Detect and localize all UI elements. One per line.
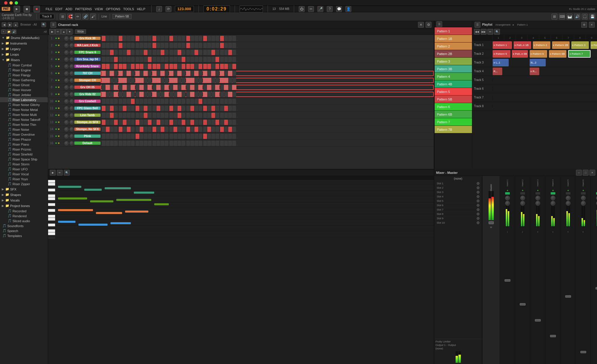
step-21[interactable] <box>190 92 194 97</box>
channel-rack-settings-icon[interactable]: ⚙ <box>426 22 431 28</box>
step-21[interactable] <box>190 85 194 90</box>
channel-pan-knob[interactable] <box>70 64 74 68</box>
step-12[interactable] <box>152 85 156 90</box>
step-31[interactable] <box>232 127 236 132</box>
step-8[interactable] <box>136 36 139 41</box>
sidebar-item-riser-hoover[interactable]: 🎵 Riser Hoover <box>0 87 48 92</box>
play-icon[interactable]: ▶ <box>49 29 55 35</box>
step-30[interactable] <box>228 134 232 139</box>
step-15[interactable] <box>165 64 168 69</box>
sidebar-item-riser-engine[interactable]: 🎵 Riser Engine <box>0 68 48 73</box>
step-19[interactable] <box>182 141 185 146</box>
add-item-icon[interactable]: + <box>1 29 6 34</box>
step-8[interactable] <box>136 64 139 69</box>
channel-name-btn[interactable]: Grv Cowbell <box>74 100 101 103</box>
step-9[interactable] <box>140 106 143 111</box>
up-channel-icon[interactable]: ▲ <box>61 29 67 35</box>
step-15[interactable] <box>165 92 168 97</box>
channel-name-btn[interactable]: FPC Snare 6 <box>74 51 101 54</box>
step-21[interactable] <box>190 50 194 55</box>
step-23[interactable] <box>199 64 202 69</box>
step-4[interactable] <box>119 71 122 76</box>
step-19[interactable] <box>182 36 185 41</box>
step-8[interactable] <box>136 57 139 62</box>
step-16[interactable] <box>169 106 173 111</box>
step-17[interactable] <box>173 78 177 83</box>
step-25[interactable] <box>207 43 211 48</box>
piano-note-10[interactable] <box>125 211 148 213</box>
step-18[interactable] <box>178 64 181 69</box>
step-6[interactable] <box>127 113 131 118</box>
step-31[interactable] <box>232 99 236 104</box>
step-9[interactable] <box>140 43 143 48</box>
step-30[interactable] <box>228 92 232 97</box>
step-29[interactable] <box>224 99 228 104</box>
step-6[interactable] <box>127 106 131 111</box>
step-29[interactable] <box>224 78 228 83</box>
piano-key-3[interactable] <box>48 189 55 192</box>
sidebar-item-riser-ufo[interactable]: 🎵 Riser UFO <box>0 167 48 172</box>
channel-vol-knob[interactable] <box>64 64 69 68</box>
pattern-expand-icon[interactable]: ☰ <box>436 21 442 27</box>
step-19[interactable] <box>182 127 185 132</box>
insert-pan-3[interactable] <box>551 201 555 206</box>
step-7[interactable] <box>131 134 135 139</box>
step-24[interactable] <box>203 113 207 118</box>
step-15[interactable] <box>165 78 168 83</box>
step-5[interactable] <box>123 43 127 48</box>
step-25[interactable] <box>207 57 211 62</box>
step-3[interactable] <box>114 36 118 41</box>
pattern-item-pattern-1[interactable]: Pattern 1 <box>435 27 472 35</box>
step-0[interactable] <box>102 64 106 69</box>
step-0[interactable] <box>102 36 106 41</box>
channel-led-yellow[interactable] <box>58 121 60 123</box>
piano-icon[interactable]: 🎹 <box>567 14 573 20</box>
step-10[interactable] <box>144 71 148 76</box>
step-16[interactable] <box>169 120 173 125</box>
menu-options[interactable]: OPTIONS <box>105 7 122 11</box>
step-16[interactable] <box>169 50 173 55</box>
sidebar-category-risers[interactable]: ▼ 📁 Risers <box>0 57 48 63</box>
channel-led-green[interactable] <box>55 65 57 67</box>
sidebar-search-icon[interactable]: 🔍 <box>41 22 46 27</box>
sidebar-item-rendered[interactable]: 🎵 Rendered <box>0 213 48 218</box>
step-6[interactable] <box>127 36 131 41</box>
step-28[interactable] <box>220 106 224 111</box>
sidebar-item-riser-gathering[interactable]: 🎵 Riser Gathering <box>0 77 48 82</box>
step-30[interactable] <box>228 57 232 62</box>
step-9[interactable] <box>140 57 143 62</box>
step-21[interactable] <box>190 106 194 111</box>
channel-name-btn[interactable]: Stompe..No SFX <box>74 128 101 131</box>
channel-pan-knob[interactable] <box>70 36 74 40</box>
step-15[interactable] <box>165 85 168 90</box>
step-1[interactable] <box>106 64 110 69</box>
step-1[interactable] <box>106 57 110 62</box>
step-13[interactable] <box>157 106 160 111</box>
sidebar-item-riser-vocal[interactable]: 🎵 Riser Vocal <box>0 172 48 176</box>
step-18[interactable] <box>178 92 181 97</box>
step-8[interactable] <box>136 71 139 76</box>
step-19[interactable] <box>182 43 185 48</box>
step-19[interactable] <box>182 78 185 83</box>
power-icon[interactable]: ⏻ <box>299 6 305 12</box>
track-block-0[interactable]: x Pattern 1 <box>493 41 512 49</box>
step-1[interactable] <box>106 85 110 90</box>
step-3[interactable] <box>114 43 118 48</box>
channel-led-yellow[interactable] <box>58 135 60 137</box>
sidebar-item-riser-jetbike[interactable]: 🎵 Riser Jetbike <box>0 92 48 97</box>
keyboard-icon[interactable]: ⌨ <box>559 14 565 20</box>
step-15[interactable] <box>165 141 168 146</box>
step-24[interactable] <box>203 106 207 111</box>
step-17[interactable] <box>173 120 177 125</box>
channel-name-btn[interactable]: Stompe..in SFX <box>74 121 101 124</box>
step-0[interactable] <box>102 71 106 76</box>
step-0[interactable] <box>102 113 106 118</box>
step-11[interactable] <box>148 141 152 146</box>
step-25[interactable] <box>207 141 211 146</box>
step-23[interactable] <box>199 141 202 146</box>
step-20[interactable] <box>186 106 190 111</box>
step-28[interactable] <box>220 85 224 90</box>
step-25[interactable] <box>207 134 211 139</box>
mixer-slot-slot-9[interactable]: Slot 9 <box>436 216 481 221</box>
step-27[interactable] <box>215 78 219 83</box>
